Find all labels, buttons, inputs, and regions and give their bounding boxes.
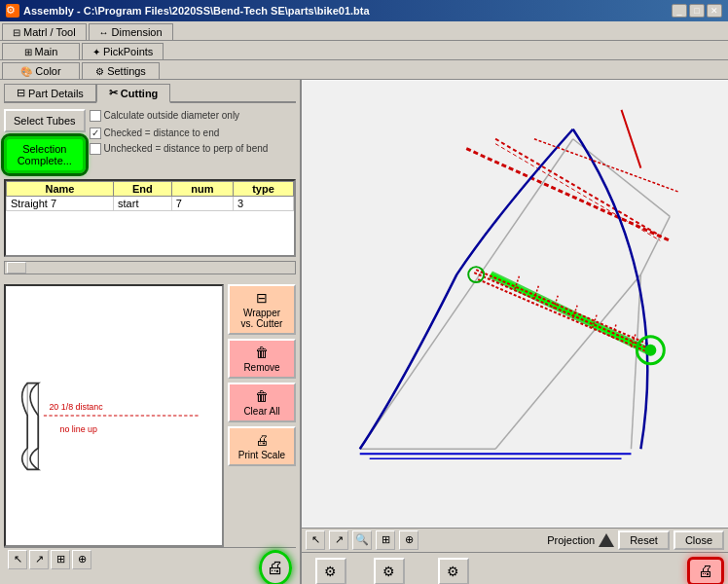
checked-distance-checkbox[interactable]: ✓ (90, 128, 101, 139)
diagram-area: 20 1/8 distanc no line up (4, 284, 224, 547)
tab-color[interactable]: 🎨 Color (2, 62, 80, 79)
right-panel: ↖ ↗ 🔍 ⊞ ⊕ Projection Reset Close ⚙ Line … (302, 80, 728, 584)
print-scale-icon: 🖨 (255, 432, 269, 448)
title-bar: ⚙ Assembly - C:\Program Files\2020SS\Ben… (0, 0, 728, 21)
outside-diameter-label: Calculate outside diameter only (104, 109, 240, 123)
svg-rect-3 (302, 81, 728, 527)
action-row: Select Tubes SelectionComplete... Calcul… (4, 109, 296, 173)
cell-end: start (114, 197, 172, 211)
outside-diameter-checkbox[interactable] (90, 110, 101, 122)
cutting-icon: ✂ (109, 87, 118, 99)
shade-mode-button[interactable]: ⚙ Shade Mode (423, 558, 484, 584)
line-mode-icon: ⚙ (315, 558, 346, 584)
plus-tool[interactable]: ⊕ (399, 530, 419, 550)
tube-table-container: Name End num type Straight 7 start 7 3 (4, 179, 296, 257)
print-bottom-icon: 🖨 (267, 558, 284, 577)
checkbox-area: Calculate outside diameter only ✓ Checke… (90, 109, 296, 158)
print-circle-area[interactable]: 🖨 Print (259, 550, 292, 584)
col-name-header: Name (7, 182, 114, 197)
tube-diagram-svg: 20 1/8 distanc no line up (6, 286, 222, 545)
col-num-header: num (171, 182, 233, 197)
tab-main[interactable]: ⊞ Main (2, 43, 80, 59)
bottom-arrow-icon[interactable]: ↖ (8, 550, 27, 569)
bottom-left-icons-row: ↖ ↗ ⊞ ⊕ 🖨 Print (4, 547, 296, 584)
tab-pickpoints[interactable]: ✦ PickPoints (82, 43, 164, 59)
tab-part-details[interactable]: ⊟ Part Details (4, 84, 96, 101)
bottom-cursor-icon[interactable]: ↗ (29, 550, 49, 569)
reset-button[interactable]: Reset (618, 530, 670, 550)
cell-num: 7 (171, 197, 233, 211)
tab-cutting[interactable]: ✂ Cutting (96, 84, 170, 103)
mode-buttons-row: ⚙ Line Mode ⚙ Wire Mode ⚙ Shade Mode 🖨 P… (302, 552, 728, 584)
cursor-tool[interactable]: ↖ (306, 530, 325, 550)
cell-name: Straight 7 (7, 197, 114, 211)
print-mode-icon: 🖨 (687, 557, 724, 584)
print-scale-button[interactable]: 🖨 Print Scale (228, 426, 296, 466)
bottom-plus-icon[interactable]: ⊕ (72, 550, 91, 569)
shade-mode-icon: ⚙ (438, 558, 469, 584)
tabs-row-2: ⊞ Main ✦ PickPoints (0, 41, 728, 60)
selection-complete-button[interactable]: SelectionComplete... (4, 136, 86, 173)
no-line-text: no line up (60, 424, 98, 434)
remove-icon: 🗑 (255, 345, 269, 360)
left-panel: ⊟ Part Details ✂ Cutting Select Tubes Se… (0, 80, 302, 584)
tab-matrl-tool[interactable]: ⊟ Matrl / Tool (2, 23, 87, 40)
part-details-icon: ⊟ (17, 87, 25, 99)
tabs-row-1: ⊟ Matrl / Tool ↔ Dimension (0, 21, 728, 41)
wire-mode-button[interactable]: ⚙ Wire Mode (363, 558, 415, 584)
color-icon: 🎨 (20, 66, 32, 77)
print-circle-outline: 🖨 (259, 550, 292, 584)
clear-all-icon: 🗑 (255, 388, 269, 404)
checked-distance-label: Checked = distance to end (104, 127, 220, 140)
horizontal-scrollbar[interactable] (4, 261, 296, 274)
close-button[interactable]: ✕ (707, 4, 722, 18)
table-row[interactable]: Straight 7 start 7 3 (7, 197, 294, 211)
main-icon: ⊞ (24, 47, 32, 57)
3d-canvas-svg (302, 80, 728, 528)
lower-section: 20 1/8 distanc no line up ⊟ Wrappervs. C… (4, 284, 296, 547)
3d-viewport[interactable] (302, 80, 728, 528)
maximize-button[interactable]: □ (689, 4, 705, 18)
minimize-button[interactable]: _ (672, 4, 687, 18)
clear-all-button[interactable]: 🗑 Clear All (228, 383, 296, 422)
window-title: Assembly - C:\Program Files\2020SS\Bend-… (23, 5, 370, 17)
unchecked-distance-checkbox[interactable] (90, 143, 101, 155)
projection-label: Projection (547, 534, 595, 546)
tabs-row-3: 🎨 Color ⚙ Settings (0, 60, 728, 80)
col-type-header: type (233, 182, 293, 197)
close-button-viewport[interactable]: Close (673, 530, 724, 550)
app-icon: ⚙ (6, 4, 19, 18)
scroll-thumb[interactable] (7, 262, 26, 274)
viewport-toolbar: ↖ ↗ 🔍 ⊞ ⊕ Projection Reset Close (302, 528, 728, 552)
select-tubes-button[interactable]: Select Tubes (4, 109, 86, 132)
rotate-tool[interactable]: ↗ (329, 530, 348, 550)
dimension-icon: ↔ (99, 27, 109, 38)
wrapper-cutter-button[interactable]: ⊟ Wrappervs. Cutter (228, 284, 296, 335)
sub-tabs: ⊟ Part Details ✂ Cutting (4, 84, 296, 103)
pickpoints-icon: ✦ (92, 47, 100, 57)
line-mode-button[interactable]: ⚙ Line Mode (306, 558, 355, 584)
action-buttons: ⊟ Wrappervs. Cutter 🗑 Remove 🗑 Clear All… (228, 284, 296, 547)
fit-tool[interactable]: ⊞ (376, 530, 395, 550)
svg-point-28 (644, 345, 656, 356)
tab-dimension[interactable]: ↔ Dimension (89, 23, 173, 40)
settings-icon: ⚙ (95, 66, 104, 77)
print-mode-button[interactable]: 🖨 Print (687, 557, 724, 584)
projection-triangle-icon[interactable] (599, 533, 614, 547)
tab-settings[interactable]: ⚙ Settings (82, 62, 160, 79)
remove-button[interactable]: 🗑 Remove (228, 339, 296, 379)
zoom-tool[interactable]: 🔍 (352, 530, 372, 550)
cell-type: 3 (233, 197, 293, 211)
tube-table: Name End num type Straight 7 start 7 3 (6, 181, 294, 211)
projection-area: Projection Reset Close (547, 530, 724, 550)
col-end-header: End (114, 182, 172, 197)
wrapper-cutter-icon: ⊟ (256, 290, 268, 306)
distance-text: 20 1/8 distanc (49, 402, 103, 412)
unchecked-distance-label: Unchecked = distance to perp of bend (104, 142, 269, 156)
bottom-box-icon[interactable]: ⊞ (51, 550, 70, 569)
wire-mode-icon: ⚙ (374, 558, 405, 584)
matrl-tool-icon: ⊟ (13, 27, 20, 38)
